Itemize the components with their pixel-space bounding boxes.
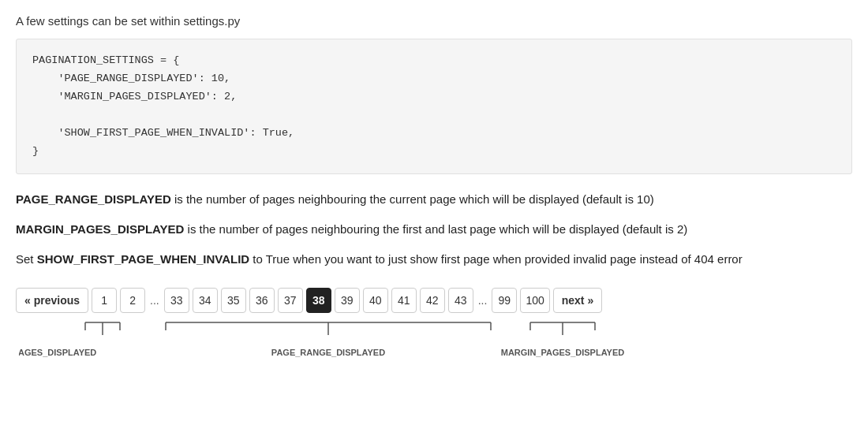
page-btn-37[interactable]: 37 (278, 288, 303, 313)
page-btn-100[interactable]: 100 (520, 288, 549, 313)
page-btn-35[interactable]: 35 (221, 288, 246, 313)
desc1-bold: PAGE_RANGE_DISPLAYED (16, 192, 171, 206)
page-btn-2[interactable]: 2 (120, 288, 145, 313)
prev-button[interactable]: « previous (16, 288, 88, 313)
show-first-para: Set SHOW_FIRST_PAGE_WHEN_INVALID to True… (16, 250, 852, 269)
desc1-rest: is the number of pages neighbouring the … (171, 192, 654, 206)
page-btn-1[interactable]: 1 (92, 288, 117, 313)
page-btn-33[interactable]: 33 (164, 288, 189, 313)
pagination-diagram: MARGIN_PAGES_DISPLAYED PAGE_RANGE_DISPLA… (19, 319, 698, 357)
pagination-section: « previous 12...3334353637383940414243..… (16, 288, 852, 359)
page-btn-36[interactable]: 36 (249, 288, 275, 313)
show-first-rest: to True when you want to just show first… (249, 252, 743, 266)
show-first-bold: SHOW_FIRST_PAGE_WHEN_INVALID (37, 252, 249, 266)
description-1: PAGE_RANGE_DISPLAYED is the number of pa… (16, 190, 852, 209)
svg-text:PAGE_RANGE_DISPLAYED: PAGE_RANGE_DISPLAYED (271, 348, 385, 357)
page-btn-43[interactable]: 43 (448, 288, 473, 313)
pagination-row: « previous 12...3334353637383940414243..… (16, 288, 852, 313)
page-dots-14: ... (477, 294, 489, 307)
page-btn-34[interactable]: 34 (193, 288, 218, 313)
desc2-bold: MARGIN_PAGES_DISPLAYED (16, 222, 184, 236)
code-block: PAGINATION_SETTINGS = { 'PAGE_RANGE_DISP… (16, 39, 852, 174)
page-dots-2: ... (148, 294, 161, 307)
page-btn-39[interactable]: 39 (335, 288, 360, 313)
svg-text:MARGIN_PAGES_DISPLAYED: MARGIN_PAGES_DISPLAYED (19, 348, 96, 357)
page-btn-42[interactable]: 42 (420, 288, 445, 313)
page-btn-41[interactable]: 41 (391, 288, 417, 313)
page-btn-40[interactable]: 40 (363, 288, 388, 313)
page-btn-99[interactable]: 99 (492, 288, 517, 313)
description-2: MARGIN_PAGES_DISPLAYED is the number of … (16, 220, 852, 239)
desc2-rest: is the number of pages neighbouring the … (184, 222, 687, 236)
intro-text: A few settings can be set within setting… (16, 14, 852, 28)
svg-text:MARGIN_PAGES_DISPLAYED: MARGIN_PAGES_DISPLAYED (501, 348, 625, 357)
show-first-prefix: Set (16, 252, 37, 266)
next-button[interactable]: next » (553, 288, 602, 313)
page-btn-38[interactable]: 38 (306, 288, 331, 313)
